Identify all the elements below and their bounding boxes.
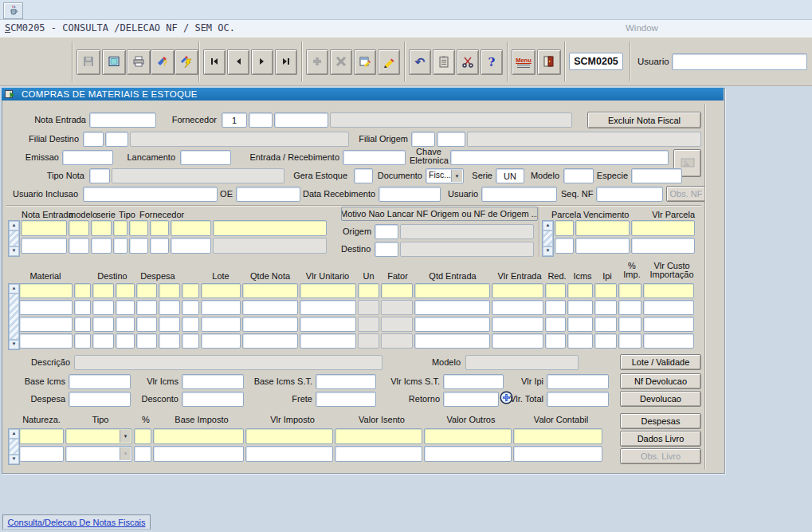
clear-record-button[interactable] <box>378 49 400 75</box>
devolucao-button[interactable]: Devolucao <box>620 391 701 407</box>
natureza-cell[interactable] <box>513 446 602 462</box>
item-cell[interactable] <box>300 317 356 332</box>
parcela-cell[interactable] <box>631 220 695 236</box>
scroll-up-icon[interactable]: ▲ <box>9 221 19 231</box>
nota-grid-cell[interactable] <box>171 238 211 254</box>
item-cell[interactable] <box>74 300 91 315</box>
item-cell[interactable] <box>19 333 73 349</box>
item-cell[interactable] <box>92 300 114 315</box>
item-cell[interactable] <box>136 300 157 315</box>
despesas-button[interactable]: Despesas <box>620 413 701 429</box>
item-cell[interactable] <box>300 300 356 315</box>
chave-eletronica-field[interactable] <box>450 150 669 165</box>
item-cell[interactable] <box>594 333 617 349</box>
natureza-cell[interactable] <box>245 446 333 462</box>
item-cell[interactable] <box>492 283 543 298</box>
item-cell[interactable] <box>201 300 241 315</box>
item-cell[interactable] <box>643 283 694 298</box>
tipo-nota-field[interactable] <box>89 168 110 183</box>
dados-livro-button[interactable]: Dados Livro <box>620 431 701 447</box>
item-cell[interactable] <box>201 333 241 349</box>
item-cell[interactable] <box>567 333 593 349</box>
item-cell[interactable] <box>92 317 114 332</box>
modelo-field[interactable] <box>563 168 594 183</box>
java-button[interactable] <box>3 2 23 19</box>
filial-origem-code-field[interactable] <box>411 132 435 147</box>
parcela-cell[interactable] <box>555 238 574 254</box>
lancamento-field[interactable] <box>180 150 231 165</box>
item-cell[interactable] <box>618 283 641 298</box>
natureza-cell[interactable] <box>134 446 151 462</box>
parcela-scrollbar[interactable]: ▲▼ <box>542 220 554 257</box>
itens-scrollbar[interactable]: ▲▼ <box>8 283 20 350</box>
item-cell[interactable] <box>300 283 356 298</box>
nota-grid-cell[interactable] <box>129 238 148 254</box>
nota-grid-scrollbar[interactable]: ▲▼ <box>8 220 20 257</box>
natureza-cell[interactable] <box>335 428 422 444</box>
natureza-cell[interactable] <box>245 428 333 444</box>
emissao-field[interactable] <box>62 150 113 165</box>
exit-button[interactable] <box>537 49 561 75</box>
execute-query-button[interactable] <box>175 49 198 75</box>
natureza-cell[interactable] <box>134 428 151 444</box>
item-cell[interactable] <box>414 333 490 349</box>
item-cell[interactable] <box>643 333 694 349</box>
item-cell[interactable] <box>182 317 199 332</box>
nota-grid-cell[interactable] <box>91 238 112 254</box>
item-cell[interactable] <box>567 300 593 315</box>
nota-grid-cell[interactable] <box>69 220 89 236</box>
scroll-thumb[interactable] <box>9 294 19 340</box>
item-cell[interactable] <box>414 317 490 332</box>
scroll-down-icon[interactable]: ▼ <box>9 455 19 464</box>
fornecedor-suffix-field[interactable] <box>274 112 328 128</box>
tab-consulta-delecao[interactable]: Consulta/Delecao De Notas Fiscais <box>2 514 151 530</box>
especie-field[interactable] <box>631 168 682 183</box>
nota-entrada-field[interactable] <box>89 112 156 128</box>
nota-grid-cell[interactable] <box>150 220 169 236</box>
item-cell[interactable] <box>567 317 593 332</box>
item-cell[interactable] <box>136 283 157 298</box>
nota-grid-cell[interactable] <box>113 238 127 254</box>
scroll-up-icon[interactable]: ▲ <box>9 429 19 439</box>
item-cell[interactable] <box>74 283 91 298</box>
form-window-icon[interactable] <box>5 89 15 99</box>
destino-code-field[interactable] <box>375 242 398 257</box>
despesa-field[interactable] <box>69 392 131 407</box>
scroll-thumb[interactable] <box>543 231 553 246</box>
window-menu-title[interactable]: SCM0205 - CONSULTA /DELECAO NF / SEM OC. <box>5 22 235 33</box>
item-cell[interactable] <box>182 300 199 315</box>
item-cell[interactable] <box>136 333 157 349</box>
natureza-cell[interactable] <box>335 446 422 462</box>
item-cell[interactable] <box>116 300 135 315</box>
base-icms-field[interactable] <box>69 374 131 389</box>
item-cell[interactable] <box>545 333 566 349</box>
item-cell[interactable] <box>242 317 298 332</box>
clipboard-button[interactable] <box>433 49 455 75</box>
item-cell[interactable] <box>19 283 73 298</box>
scroll-down-icon[interactable]: ▼ <box>9 340 19 349</box>
item-cell[interactable] <box>92 283 114 298</box>
natureza-cell[interactable] <box>513 428 602 444</box>
natureza-cell[interactable]: ▼ <box>65 428 132 444</box>
item-cell[interactable] <box>201 317 241 332</box>
help-button[interactable]: ? <box>481 49 503 75</box>
natureza-cell[interactable] <box>19 428 64 444</box>
natureza-cell[interactable] <box>424 428 512 444</box>
scroll-down-icon[interactable]: ▼ <box>9 246 19 256</box>
item-cell[interactable] <box>19 300 73 315</box>
item-cell[interactable] <box>358 283 379 298</box>
natureza-scrollbar[interactable]: ▲▼ <box>8 428 20 465</box>
nota-grid-cell[interactable] <box>21 238 67 254</box>
usuario-field[interactable] <box>481 187 557 202</box>
natureza-cell[interactable] <box>153 428 244 444</box>
oe-field[interactable] <box>236 187 300 202</box>
parcela-cell[interactable] <box>575 238 630 254</box>
item-cell[interactable] <box>19 317 73 332</box>
lote-validade-button[interactable]: Lote / Validade <box>620 354 701 370</box>
item-cell[interactable] <box>545 283 566 298</box>
scroll-up-icon[interactable]: ▲ <box>9 284 19 294</box>
previous-record-button[interactable] <box>227 49 249 75</box>
item-cell[interactable] <box>492 317 543 332</box>
nota-grid-cell[interactable] <box>171 220 211 236</box>
item-cell[interactable] <box>567 283 593 298</box>
